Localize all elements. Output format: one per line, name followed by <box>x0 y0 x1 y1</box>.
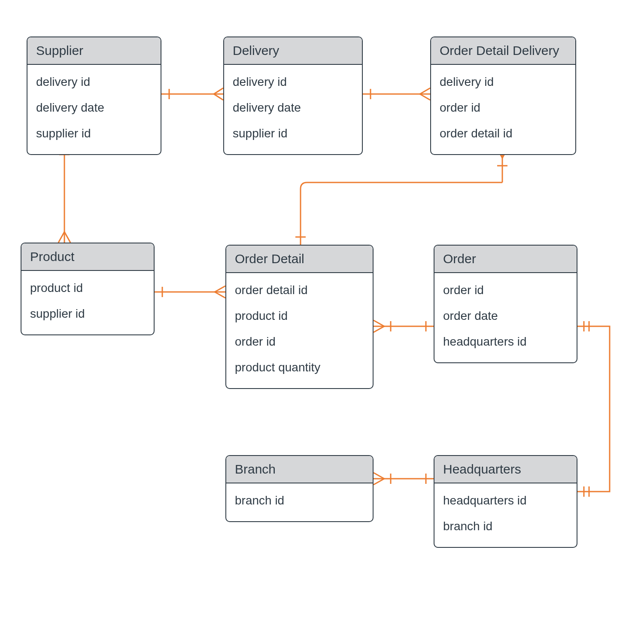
svg-line-32 <box>374 479 384 485</box>
svg-line-6 <box>420 94 430 100</box>
entity-attr: product id <box>30 275 145 301</box>
svg-line-9 <box>58 232 64 243</box>
entity-title: Order Detail <box>226 246 373 273</box>
entity-supplier[interactable]: Supplier delivery id delivery date suppl… <box>27 36 161 155</box>
rel-orderdetail-orderdetaildelivery <box>295 147 508 245</box>
entity-attr: product quantity <box>235 355 364 380</box>
svg-line-5 <box>420 88 430 94</box>
entity-attr: delivery id <box>440 69 567 95</box>
entity-attr: order id <box>443 277 568 303</box>
svg-line-10 <box>64 232 70 243</box>
rel-supplier-product <box>58 147 70 243</box>
er-diagram-canvas: Supplier delivery id delivery date suppl… <box>0 0 644 644</box>
entity-product[interactable]: Product product id supplier id <box>21 243 155 335</box>
entity-attr: order id <box>235 329 364 355</box>
rel-delivery-orderdetaildelivery <box>363 88 430 100</box>
entity-title: Product <box>21 243 154 271</box>
entity-attr: order detail id <box>440 121 567 146</box>
entity-title: Order <box>434 246 577 273</box>
entity-attr: order detail id <box>235 277 364 303</box>
entity-branch[interactable]: Branch branch id <box>225 455 374 522</box>
svg-line-14 <box>215 292 225 298</box>
svg-line-31 <box>374 473 384 479</box>
entity-attr: order date <box>443 303 568 329</box>
entity-title: Delivery <box>224 37 362 65</box>
entity-attr: branch id <box>443 513 568 539</box>
entity-title: Headquarters <box>434 456 577 483</box>
rel-supplier-delivery <box>161 88 223 100</box>
entity-attr: order id <box>440 95 567 121</box>
rel-order-headquarters <box>577 321 610 497</box>
entity-attr: delivery date <box>36 95 152 121</box>
entity-headquarters[interactable]: Headquarters headquarters id branch id <box>434 455 577 548</box>
entity-attr: delivery id <box>36 69 152 95</box>
entity-title: Order Detail Delivery <box>431 37 575 65</box>
entity-attr: branch id <box>235 488 364 513</box>
svg-line-13 <box>215 286 225 292</box>
entity-attr: headquarters id <box>443 329 568 355</box>
svg-line-1 <box>214 88 223 94</box>
rel-orderdetail-order <box>374 320 434 332</box>
entity-attr: supplier id <box>36 121 152 146</box>
entity-attr: headquarters id <box>443 488 568 513</box>
rel-branch-headquarters <box>374 473 434 485</box>
entity-order[interactable]: Order order id order date headquarters i… <box>434 245 577 363</box>
rel-product-orderdetail <box>155 286 225 298</box>
entity-attr: supplier id <box>233 121 353 146</box>
entity-title: Supplier <box>27 37 161 65</box>
entity-attr: delivery date <box>233 95 353 121</box>
entity-orderdetaildelivery[interactable]: Order Detail Delivery delivery id order … <box>430 36 576 155</box>
entity-attr: product id <box>235 303 364 329</box>
svg-line-2 <box>214 94 223 100</box>
entity-title: Branch <box>226 456 373 483</box>
svg-line-18 <box>374 326 384 332</box>
entity-attr: supplier id <box>30 301 145 327</box>
entity-orderdetail[interactable]: Order Detail order detail id product id … <box>225 245 374 389</box>
entity-delivery[interactable]: Delivery delivery id delivery date suppl… <box>223 36 363 155</box>
svg-line-17 <box>374 320 384 326</box>
entity-attr: delivery id <box>233 69 353 95</box>
